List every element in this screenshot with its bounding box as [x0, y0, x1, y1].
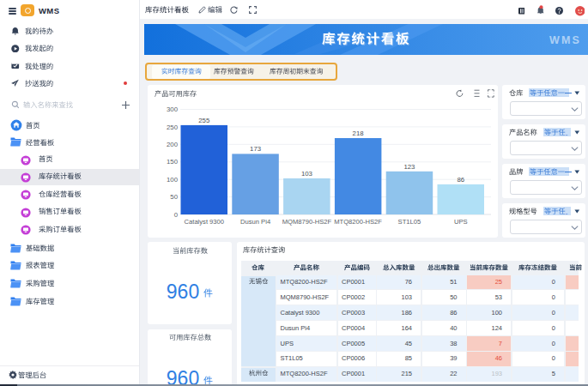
- svg-text:MTQ8200-HS2F: MTQ8200-HS2F: [334, 218, 382, 226]
- svg-text:UPS: UPS: [454, 218, 468, 226]
- svg-text:200: 200: [167, 141, 179, 148]
- svg-text:100: 100: [167, 176, 179, 184]
- svg-text:173: 173: [250, 145, 261, 153]
- svg-text:150: 150: [167, 158, 179, 166]
- svg-text:86: 86: [457, 176, 464, 184]
- svg-text:ST1L05: ST1L05: [398, 218, 421, 226]
- svg-text:Catalyst 9300: Catalyst 9300: [185, 218, 224, 226]
- svg-text:250: 250: [167, 124, 179, 131]
- svg-text:300: 300: [167, 106, 179, 113]
- svg-text:50: 50: [170, 193, 178, 201]
- svg-text:123: 123: [403, 163, 415, 171]
- svg-text:218: 218: [353, 130, 364, 137]
- svg-text:255: 255: [198, 117, 210, 124]
- svg-text:MQM8790-HS2F: MQM8790-HS2F: [282, 218, 332, 226]
- svg-text:Dusun Pi4: Dusun Pi4: [240, 218, 270, 226]
- svg-text:0: 0: [174, 211, 179, 219]
- svg-text:103: 103: [301, 170, 312, 178]
